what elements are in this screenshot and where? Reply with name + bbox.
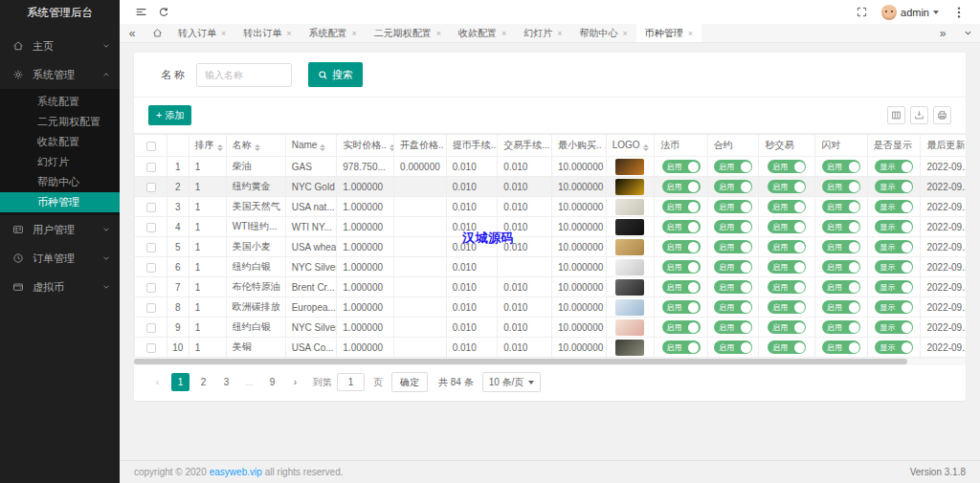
tabs-dropdown-icon[interactable] — [955, 24, 980, 42]
sidebar-item-payment-config[interactable]: 收款配置 — [0, 132, 120, 152]
tab-5[interactable]: 幻灯片× — [515, 24, 570, 42]
column-header-name_en[interactable]: Name — [285, 135, 337, 157]
tab-3[interactable]: 二元期权配置× — [366, 24, 450, 42]
page-number-3[interactable]: 3 — [217, 373, 235, 391]
per-page-select[interactable]: 10 条/页 — [482, 372, 542, 392]
row-checkbox[interactable] — [146, 303, 156, 313]
second-trade-toggle[interactable]: 启用 — [768, 340, 806, 354]
scrollbar-thumb[interactable] — [134, 359, 907, 364]
flash-pair-toggle[interactable]: 启用 — [822, 180, 860, 193]
sidebar-item-order-management[interactable]: 订单管理 — [0, 244, 120, 273]
flash-pair-toggle[interactable]: 启用 — [822, 260, 860, 274]
visible-toggle[interactable]: 显示 — [875, 280, 913, 294]
fiat-toggle[interactable]: 启用 — [662, 300, 701, 314]
tab-home-icon[interactable] — [145, 24, 169, 42]
visible-toggle[interactable]: 显示 — [875, 220, 913, 233]
second-trade-toggle[interactable]: 启用 — [768, 280, 806, 294]
second-trade-toggle[interactable]: 启用 — [768, 180, 806, 193]
page-prev[interactable]: ‹ — [148, 373, 167, 391]
sidebar-item-binary-option-config[interactable]: 二元期权配置 — [0, 112, 120, 132]
contract-toggle[interactable]: 启用 — [714, 180, 752, 193]
sidebar-item-virtual-coin[interactable]: 虚拟币 — [0, 273, 120, 301]
fiat-toggle[interactable]: 启用 — [662, 200, 701, 213]
visible-toggle[interactable]: 显示 — [875, 160, 913, 173]
page-number-1[interactable]: 1 — [171, 373, 189, 391]
second-trade-toggle[interactable]: 启用 — [768, 260, 806, 274]
select-all-checkbox[interactable] — [146, 142, 156, 151]
flash-pair-toggle[interactable]: 启用 — [822, 240, 860, 253]
close-icon[interactable]: × — [221, 29, 226, 38]
search-button[interactable]: 搜索 — [308, 62, 363, 87]
export-icon[interactable] — [910, 106, 928, 124]
close-icon[interactable]: × — [623, 29, 628, 38]
flash-pair-toggle[interactable]: 启用 — [822, 200, 860, 213]
fullscreen-icon[interactable] — [850, 0, 873, 24]
column-header-sort[interactable]: 排序 — [189, 135, 226, 157]
contract-toggle[interactable]: 启用 — [714, 280, 752, 294]
close-icon[interactable]: × — [436, 29, 441, 38]
sidebar-item-user-management[interactable]: 用户管理 — [0, 215, 120, 244]
column-header-price[interactable]: 实时价格.. — [337, 135, 394, 157]
visible-toggle[interactable]: 显示 — [875, 320, 913, 334]
fiat-toggle[interactable]: 启用 — [662, 180, 701, 193]
visible-toggle[interactable]: 显示 — [875, 240, 913, 253]
row-checkbox[interactable] — [146, 243, 156, 252]
second-trade-toggle[interactable]: 启用 — [768, 300, 806, 314]
flash-pair-toggle[interactable]: 启用 — [822, 300, 860, 314]
second-trade-toggle[interactable]: 启用 — [768, 240, 806, 253]
column-header-checkbox[interactable] — [135, 135, 167, 157]
filter-columns-icon[interactable] — [887, 106, 905, 124]
column-header-min_buy[interactable]: 最小购买.. — [551, 135, 606, 157]
user-menu[interactable]: admin — [881, 5, 939, 20]
footer-link[interactable]: easyweb.vip — [210, 467, 262, 477]
visible-toggle[interactable]: 显示 — [875, 260, 913, 274]
fiat-toggle[interactable]: 启用 — [662, 260, 701, 274]
sidebar-item-system-management[interactable]: 系统管理 — [0, 60, 120, 89]
fiat-toggle[interactable]: 启用 — [662, 320, 701, 334]
refresh-icon[interactable] — [152, 0, 175, 24]
row-checkbox[interactable] — [146, 263, 156, 273]
add-button[interactable]: + 添加 — [148, 105, 191, 125]
tabs-scroll-left-icon[interactable]: « — [120, 24, 145, 42]
more-options-icon[interactable] — [947, 0, 970, 24]
contract-toggle[interactable]: 启用 — [714, 260, 752, 274]
column-header-trade_fee[interactable]: 交易手续... — [498, 135, 552, 157]
sidebar-item-coin-management[interactable]: 币种管理 — [0, 192, 120, 212]
sort-icon[interactable] — [320, 144, 325, 151]
row-checkbox[interactable] — [146, 163, 156, 172]
sort-icon[interactable] — [390, 144, 394, 151]
visible-toggle[interactable]: 显示 — [875, 180, 913, 193]
sidebar-item-help-center[interactable]: 帮助中心 — [0, 172, 120, 192]
row-checkbox[interactable] — [146, 323, 156, 333]
sidebar-item-system-config[interactable]: 系统配置 — [0, 92, 120, 112]
column-header-withdraw_fee[interactable]: 提币手续... — [446, 135, 498, 157]
tab-6[interactable]: 帮助中心× — [571, 24, 636, 42]
contract-toggle[interactable]: 启用 — [714, 340, 752, 354]
contract-toggle[interactable]: 启用 — [714, 200, 752, 213]
flash-pair-toggle[interactable]: 启用 — [822, 280, 860, 294]
print-icon[interactable] — [933, 106, 951, 124]
flash-pair-toggle[interactable]: 启用 — [822, 160, 860, 173]
flash-pair-toggle[interactable]: 启用 — [822, 340, 860, 354]
contract-toggle[interactable]: 启用 — [714, 220, 752, 233]
fiat-toggle[interactable]: 启用 — [662, 240, 701, 253]
visible-toggle[interactable]: 显示 — [875, 200, 913, 213]
close-icon[interactable]: × — [352, 29, 357, 38]
visible-toggle[interactable]: 显示 — [875, 300, 913, 314]
second-trade-toggle[interactable]: 启用 — [768, 320, 806, 334]
search-input[interactable] — [196, 63, 292, 87]
page-number-9[interactable]: 9 — [263, 373, 281, 391]
tab-1[interactable]: 转出订单× — [234, 24, 300, 42]
second-trade-toggle[interactable]: 启用 — [768, 200, 806, 213]
sidebar-item-home[interactable]: 主页 — [0, 32, 120, 60]
close-icon[interactable]: × — [688, 29, 693, 38]
sidebar-toggle-icon[interactable] — [129, 0, 152, 24]
fiat-toggle[interactable]: 启用 — [662, 220, 701, 233]
contract-toggle[interactable]: 启用 — [714, 240, 752, 253]
contract-toggle[interactable]: 启用 — [714, 300, 752, 314]
column-header-name_cn[interactable]: 名称 — [226, 135, 285, 157]
second-trade-toggle[interactable]: 启用 — [768, 220, 806, 233]
page-number-2[interactable]: 2 — [194, 373, 212, 391]
tab-0[interactable]: 转入订单× — [169, 24, 234, 42]
tab-7[interactable]: 币种管理× — [636, 24, 702, 42]
